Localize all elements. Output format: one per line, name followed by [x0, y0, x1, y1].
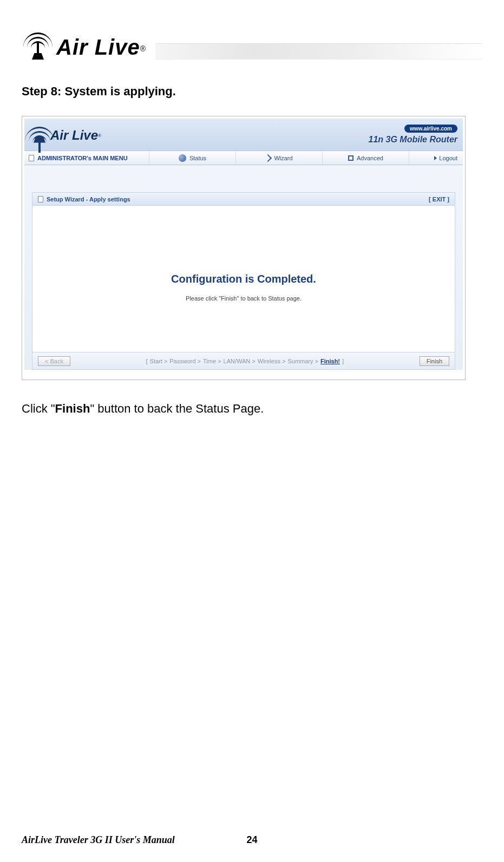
crumb-finish[interactable]: Finish!	[320, 358, 340, 364]
page-icon	[38, 196, 43, 203]
page-number: 24	[246, 834, 257, 846]
menu-wizard-label: Wizard	[274, 155, 292, 161]
crumb-open: [	[146, 358, 147, 364]
crumb-time: Time >	[203, 358, 221, 364]
signal-icon	[22, 32, 54, 60]
router-screenshot: Air Live® www.airlive.com 11n 3G Mobile …	[22, 116, 466, 380]
step-title: Step 8: System is applying.	[22, 84, 482, 99]
chevron-right-icon	[434, 156, 437, 160]
instruction-text: Click "Finish" button to back the Status…	[22, 402, 482, 416]
menu-status-label: Status	[189, 155, 206, 161]
crumb-lanwan: LAN/WAN >	[224, 358, 256, 364]
router-banner: Air Live® www.airlive.com 11n 3G Mobile …	[24, 119, 463, 151]
hint-text: Please click "Finish" to back to Status …	[186, 295, 302, 302]
menu-logout-label: Logout	[439, 155, 457, 161]
wizard-footer: < Back [ Start > Password > Time > LAN/W…	[32, 352, 455, 369]
status-icon	[179, 154, 186, 162]
decorative-rule	[155, 43, 482, 60]
config-complete-text: Configuration is Completed.	[171, 273, 316, 285]
router-menubar: ADMINISTRATOR's MAIN MENU Status Wizard …	[24, 151, 463, 165]
wizard-header: Setup Wizard - Apply settings [ EXIT ]	[32, 193, 455, 206]
url-pill[interactable]: www.airlive.com	[404, 125, 457, 133]
crumb-password: Password >	[169, 358, 201, 364]
advanced-icon	[348, 155, 354, 161]
crumb-close: ]	[342, 358, 344, 364]
crumb-summary: Summary >	[287, 358, 318, 364]
menu-logout[interactable]: Logout	[409, 151, 463, 165]
router-brand-text: Air Live	[50, 128, 98, 142]
wizard-title: Setup Wizard - Apply settings	[47, 196, 130, 203]
crumb-start: Start >	[150, 358, 168, 364]
back-button[interactable]: < Back	[38, 356, 70, 366]
crumb-wireless: Wireless >	[258, 358, 286, 364]
signal-icon	[30, 127, 49, 143]
page-icon	[29, 155, 34, 161]
menu-wizard[interactable]: Wizard	[235, 151, 322, 165]
registered-icon: ®	[140, 44, 146, 53]
menu-advanced-label: Advanced	[357, 155, 383, 161]
wizard-breadcrumb: [ Start > Password > Time > LAN/WAN > Wi…	[70, 358, 420, 364]
wizard-panel: Setup Wizard - Apply settings [ EXIT ] C…	[32, 192, 455, 370]
footer-manual-title: AirLive Traveler 3G II User's Manual	[22, 834, 175, 846]
menu-advanced[interactable]: Advanced	[322, 151, 409, 165]
wizard-icon	[264, 154, 272, 161]
menu-status[interactable]: Status	[149, 151, 235, 165]
brand-text: Air Live	[56, 35, 140, 59]
registered-icon: ®	[98, 133, 101, 138]
router-logo: Air Live®	[30, 127, 101, 143]
main-menu-label: ADMINISTRATOR's MAIN MENU	[24, 151, 149, 165]
finish-button[interactable]: Finish	[420, 356, 449, 366]
main-menu-text: ADMINISTRATOR's MAIN MENU	[37, 155, 128, 161]
exit-link[interactable]: [ EXIT ]	[429, 196, 449, 203]
doc-brand-header: Air Live®	[22, 0, 482, 60]
airlive-logo: Air Live®	[22, 32, 146, 60]
model-label: 11n 3G Mobile Router	[369, 135, 457, 145]
